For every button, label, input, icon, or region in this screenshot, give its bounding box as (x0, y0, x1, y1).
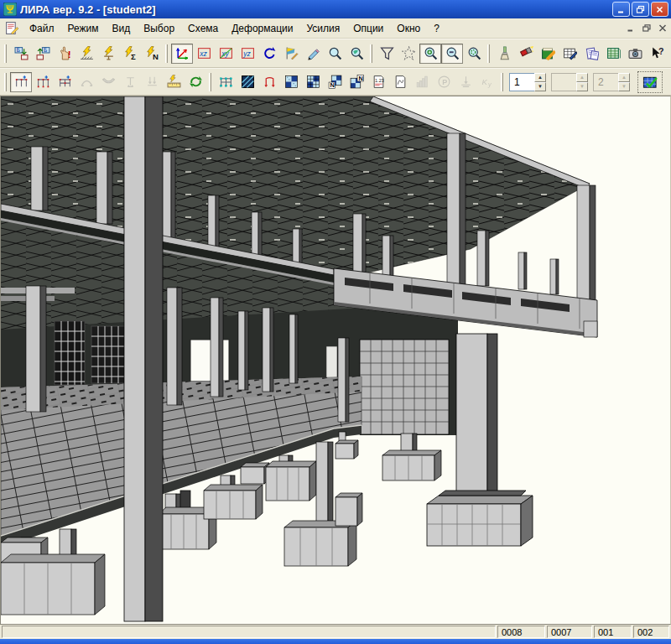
restore-button[interactable] (632, 2, 649, 17)
axes-button[interactable] (171, 44, 193, 64)
recycle-icon (189, 75, 203, 89)
apply-button-button[interactable] (637, 71, 663, 93)
frame-plus2-button[interactable] (32, 72, 54, 92)
lens-minus-button[interactable] (441, 44, 463, 64)
brush-button[interactable] (493, 44, 515, 64)
hand-warn-button[interactable] (54, 44, 75, 64)
funnel-button[interactable] (376, 44, 398, 64)
checker-icon (284, 75, 299, 89)
pencil-button[interactable] (302, 44, 324, 64)
shell-button[interactable] (97, 72, 119, 92)
toolbar-grip (501, 73, 503, 91)
checker-n-button[interactable] (324, 72, 346, 92)
loadcase-spinner[interactable]: 1▲▼ (509, 73, 546, 91)
toolbar-grip (209, 73, 211, 91)
menu-item-Файл[interactable]: Файл (23, 20, 61, 37)
table-book-button[interactable] (602, 44, 624, 64)
minimize-button[interactable] (612, 2, 630, 17)
pile-button[interactable] (119, 72, 141, 92)
arc-button[interactable] (75, 72, 97, 92)
bolt-pile-button[interactable] (97, 44, 119, 64)
proj-xz-button[interactable] (193, 44, 215, 64)
app-icon (3, 3, 17, 16)
pile3-button[interactable] (455, 72, 476, 92)
p-circle-button[interactable] (433, 72, 455, 92)
corner-column (577, 185, 590, 303)
model-canvas[interactable] (0, 96, 671, 625)
page-flag-button[interactable] (389, 72, 411, 92)
mdi-close-button[interactable] (655, 22, 669, 34)
shell-icon (101, 75, 116, 89)
component-spinner-up-arrow[interactable]: ▲ (618, 73, 630, 82)
menu-item-?[interactable]: ? (427, 20, 446, 37)
loadcase-spinner-value[interactable]: 1 (509, 73, 534, 91)
frame-plus-button[interactable] (10, 72, 32, 92)
help-cursor-button[interactable] (646, 44, 668, 64)
flashlight-button[interactable] (515, 44, 537, 64)
checker-n2-button[interactable] (346, 72, 367, 92)
recycle-button[interactable] (185, 72, 206, 92)
flag-pencil-button[interactable] (280, 44, 302, 64)
toolbar-grip (370, 44, 372, 63)
pile-icon (123, 75, 138, 89)
checker-grid-icon (306, 75, 320, 89)
proj-xy-icon (219, 46, 233, 60)
histogram-button[interactable] (411, 72, 433, 92)
magnifier-globe-button[interactable] (346, 44, 367, 64)
menu-item-Усилия[interactable]: Усилия (299, 20, 346, 37)
menu-item-Деформации[interactable]: Деформации (225, 20, 299, 37)
bolt-n-button[interactable] (141, 44, 163, 64)
flashlight-icon (519, 46, 533, 60)
menu-item-Выбор[interactable]: Выбор (137, 20, 181, 37)
menu-item-Режим[interactable]: Режим (61, 20, 106, 37)
loadcase-spinner-down-arrow[interactable]: ▼ (534, 82, 546, 91)
mode-spinner-up-arrow[interactable]: ▲ (576, 73, 588, 82)
proj-xy-button[interactable] (215, 44, 237, 64)
hatch-square-button[interactable] (237, 72, 258, 92)
bolt-sigma-button[interactable] (119, 44, 141, 64)
grid-pencil-icon (563, 46, 577, 60)
mdi-minimize-button[interactable] (623, 22, 637, 34)
star-button[interactable] (398, 44, 419, 64)
mode-spinner-value (551, 73, 576, 91)
frame-plus3-button[interactable] (54, 72, 75, 92)
window-grid-panel (91, 326, 125, 383)
toolbar-row-1 (0, 39, 671, 68)
bolt-hatch-button[interactable] (75, 44, 97, 64)
menu-item-Схема[interactable]: Схема (181, 20, 225, 37)
status-field-2: 0007 (547, 626, 592, 638)
page-123-button[interactable] (367, 72, 389, 92)
menu-item-Опции[interactable]: Опции (346, 20, 390, 37)
grid-pencil-button[interactable] (559, 44, 580, 64)
lens-plus-button[interactable] (419, 44, 441, 64)
rotate-button[interactable] (258, 44, 280, 64)
rotate-icon (263, 46, 277, 60)
ruler-bolt-button[interactable] (163, 72, 185, 92)
ky-button[interactable] (476, 72, 498, 92)
menu-item-Окно[interactable]: Окно (390, 20, 427, 37)
block-out-button[interactable] (32, 44, 54, 64)
block-in-button[interactable] (10, 44, 32, 64)
loadcase-spinner-up-arrow[interactable]: ▲ (534, 73, 546, 82)
camera-button[interactable] (624, 44, 646, 64)
clipboard-button[interactable] (580, 44, 602, 64)
pile2-button[interactable] (141, 72, 163, 92)
mode-spinner-down-arrow[interactable]: ▼ (576, 82, 588, 91)
hand-warn-icon (58, 46, 72, 60)
close-button[interactable] (651, 2, 668, 17)
toolbar-row-2: 1▲▼▲▼2▲▼ (0, 68, 671, 96)
component-spinner-down-arrow[interactable]: ▼ (618, 82, 630, 91)
magnifier-button[interactable] (324, 44, 346, 64)
frame-nodes-button[interactable] (215, 72, 237, 92)
lens-full-button[interactable] (463, 44, 485, 64)
checker-grid-button[interactable] (302, 72, 324, 92)
book-pencil-button[interactable] (537, 44, 559, 64)
mdi-restore-button[interactable] (639, 22, 653, 34)
menu-item-Вид[interactable]: Вид (106, 20, 138, 37)
red-frame-button[interactable] (258, 72, 280, 92)
proj-yz-button[interactable] (237, 44, 258, 64)
toolbar-grip (4, 44, 7, 63)
taskbar-edge (0, 639, 671, 644)
checker-button[interactable] (280, 72, 302, 92)
menu-bar-items: ФайлРежимВидВыборСхемаДеформацииУсилияОп… (23, 20, 622, 37)
